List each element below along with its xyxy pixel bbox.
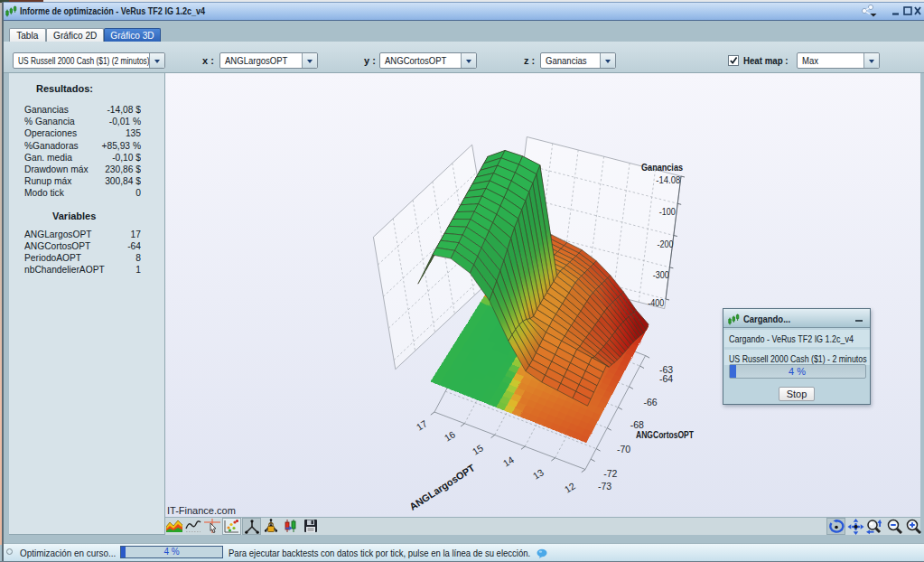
- svg-text:-300: -300: [653, 269, 669, 280]
- svg-text:ANGCortosOPT: ANGCortosOPT: [636, 429, 694, 440]
- svg-text:15: 15: [471, 442, 485, 457]
- svg-text:-70: -70: [617, 444, 630, 454]
- svg-text:13: 13: [531, 466, 546, 482]
- svg-text:-200: -200: [658, 239, 674, 249]
- svg-text:14: 14: [501, 454, 516, 469]
- svg-text:ANGLargosOPT: ANGLargosOPT: [407, 462, 477, 512]
- svg-text:16: 16: [443, 428, 457, 444]
- svg-text:-72: -72: [603, 468, 617, 479]
- svg-text:-64: -64: [659, 373, 673, 384]
- svg-text:17: 17: [415, 417, 429, 433]
- svg-text:-66: -66: [644, 397, 658, 407]
- svg-text:-73: -73: [598, 481, 611, 492]
- svg-text:-100: -100: [659, 206, 676, 217]
- svg-text:Ganancias: Ganancias: [641, 162, 683, 173]
- svg-text:12: 12: [563, 480, 577, 495]
- svg-text:-14.08: -14.08: [656, 174, 680, 185]
- svg-text:-400: -400: [648, 297, 664, 308]
